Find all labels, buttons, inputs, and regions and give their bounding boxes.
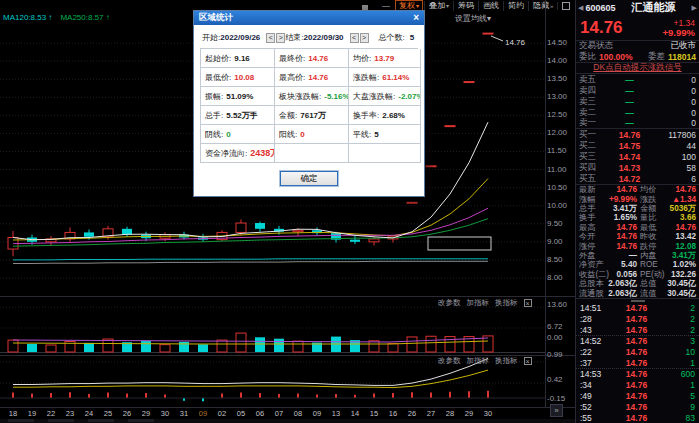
grid-cell [349,144,421,163]
volume-bar [8,340,18,352]
tick-price: 14.76 [608,347,665,357]
date-tick: 19 [22,409,42,418]
cell-value: 2.68% [382,111,405,120]
date-tick: 08 [288,409,308,418]
bid-price: 14.76 [601,130,658,140]
cell-label: 最终价: [279,53,305,64]
cell-value: 61.14% [382,73,409,82]
cell-label: 平线: [353,129,371,140]
date-tick: 26 [117,409,137,418]
tick-price: 14.76 [608,303,665,313]
price-tick: 12.50 [547,110,567,119]
ask-qty: 0 [658,75,696,85]
volume-bar [179,342,189,352]
prev-stock-icon[interactable]: ◀ [578,4,583,12]
stock-code: 600605 [585,3,615,13]
cell-value: -2.07% [398,92,421,101]
ask-row[interactable]: 卖一—0 [576,118,699,129]
cell-value: 10.08 [234,73,254,82]
ok-button[interactable]: 确定 [280,171,338,186]
start-label: 开始: [202,32,220,43]
tick-row: :2214.7610 [576,347,699,358]
ask-row[interactable]: 卖四—0 [576,85,699,96]
bid-row[interactable]: 买四14.7358 [576,162,699,173]
dialog-title: 区域统计 [199,12,233,24]
tick-time: :52 [580,402,608,412]
panel-button-加指标[interactable]: 加指标 [467,298,490,308]
grid-cell: 最高价:14.76 [275,68,349,87]
start-prev-button[interactable]: < [266,33,275,43]
stat-value: 2.063亿 [608,288,637,299]
date-tick: 02 [212,409,232,418]
start-next-button[interactable]: > [276,33,285,43]
cell-label: 资金净流向: [205,148,247,159]
stock-stats: 最新14.76均价14.76涨幅+9.99%涨跌▲1.34总手3.41万金额50… [576,184,699,298]
date-tick: 24 [79,409,99,418]
bid-price: 14.74 [601,152,658,162]
cell-value: 0 [300,130,304,139]
bid-price: 14.75 [601,141,658,151]
ask-row[interactable]: 卖三—0 [576,96,699,107]
panel-button-换指标[interactable]: 换指标 [495,356,518,366]
bid-row[interactable]: 买一14.76117806 [576,129,699,140]
cell-label: 涨跌幅: [353,72,379,83]
indicator-panel-header: 改参数加指标换指标× [438,356,532,366]
tick-price: 14.76 [608,314,665,324]
volume-tick: 6.72 [547,322,563,331]
end-prev-button[interactable]: < [350,33,359,43]
price-tick: 8.00 [547,273,563,282]
tick-time: 14:53 [580,369,608,379]
grid-cell: 最低价:10.08 [201,68,275,87]
price-tick: 10.50 [547,183,567,192]
cell-label: 总手: [205,110,223,121]
next-stock-icon[interactable]: ▶ [692,4,697,12]
ask-row[interactable]: 卖五—0 [576,74,699,85]
bid-qty: 6 [658,174,696,184]
bid-row[interactable]: 买五14.726 [576,173,699,184]
volume-bar [293,341,303,352]
close-panel-icon[interactable]: × [524,357,532,365]
cell-label: 大盘涨跌幅: [353,91,395,102]
price-tick: 14.50 [547,38,567,47]
date-tick: 27 [421,409,441,418]
date-tick: 22 [41,409,61,418]
bid-row[interactable]: 买二14.7544 [576,140,699,151]
grid-cell: 平线:5 [349,125,421,144]
cell-value: 51.09% [226,92,253,101]
price-tick: 13.00 [547,92,567,101]
tick-qty: 83 [665,413,695,423]
stats-row: 流通股2.063亿流值30.45亿 [576,288,699,297]
end-next-button[interactable]: > [360,33,369,43]
date-tick: 29 [459,409,479,418]
volume-bar [274,339,284,352]
dialog-titlebar[interactable]: 区域统计 × [194,11,424,25]
panel-button-改参数[interactable]: 改参数 [438,298,461,308]
panel-button-改参数[interactable]: 改参数 [438,356,461,366]
volume-bar [160,345,170,352]
panel-collapse-button[interactable]: » [550,404,563,417]
grid-cell: 板块涨跌幅:-5.16% [275,87,349,106]
tick-time: :22 [580,347,608,357]
dk-signal-row: DK点自动提示涨跌信号 [576,62,699,74]
dk-signal-link[interactable]: DK点自动提示涨跌信号 [593,62,681,74]
grid-cell: 金额:7617万 [275,106,349,125]
date-tick: 05 [231,409,251,418]
panel-button-换指标[interactable]: 换指标 [495,298,518,308]
cell-value: 14.76 [308,54,328,63]
weicha-value: 118014 [668,52,696,62]
tick-list: 14:5114.762:2814.762:4314.76214:5214.763… [576,303,699,423]
ask-qty: 0 [658,118,696,128]
close-panel-icon[interactable]: × [524,299,532,307]
ask-price: — [601,86,658,96]
stats-grid: 起始价:9.16最终价:14.76均价:13.79最低价:10.08最高价:14… [200,48,418,163]
candle [369,239,379,242]
tick-row: 14:5214.763 [576,336,699,347]
selection-box [428,237,491,250]
volume-bar [84,343,94,352]
price-tick: 11.00 [547,165,566,174]
panel-button-加指标[interactable]: 加指标 [467,356,490,366]
tick-row: :3414.761 [576,380,699,391]
bid-row[interactable]: 买三14.74100 [576,151,699,162]
date-tick: 18 [3,409,23,418]
close-icon[interactable]: × [413,13,419,23]
